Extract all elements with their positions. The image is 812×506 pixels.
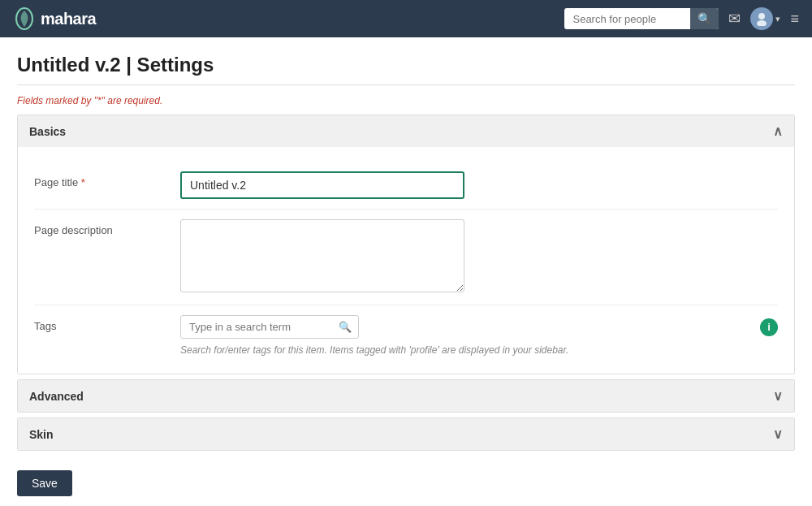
brand-logo[interactable]: mahara xyxy=(13,7,96,30)
mail-icon[interactable]: ✉ xyxy=(728,10,741,28)
tags-hint-wrap: Search for/enter tags for this item. Ite… xyxy=(180,343,568,356)
user-avatar-icon xyxy=(754,11,769,26)
hamburger-menu-icon[interactable]: ≡ xyxy=(790,11,799,28)
page-description-label: Page description xyxy=(34,219,180,236)
advanced-chevron-icon: ∨ xyxy=(773,388,783,404)
skin-accordion: Skin ∨ xyxy=(17,417,795,451)
basics-accordion-body: Page title * Page description Tags xyxy=(18,147,794,374)
avatar xyxy=(750,7,773,30)
advanced-section-label: Advanced xyxy=(29,390,84,403)
required-note: Fields marked by "*" are required. xyxy=(17,95,795,106)
page-description-textarea[interactable] xyxy=(180,219,464,292)
advanced-accordion-header[interactable]: Advanced ∨ xyxy=(18,380,794,412)
tags-label: Tags xyxy=(34,315,180,332)
tags-info-icon[interactable]: i xyxy=(760,318,778,336)
navbar: mahara 🔍 ✉ ▾ ≡ xyxy=(0,0,812,37)
basics-accordion: Basics ∧ Page title * Page description xyxy=(17,115,795,374)
page-title: Untitled v.2 | Settings xyxy=(17,54,795,76)
page-title-required-star: * xyxy=(81,176,85,188)
mahara-logo-icon xyxy=(13,7,36,30)
svg-point-2 xyxy=(757,20,767,26)
search-input[interactable] xyxy=(564,9,690,29)
people-search-box[interactable]: 🔍 xyxy=(564,8,719,29)
tags-row: Tags 🔍 i Search for/enter tags for this … xyxy=(34,305,778,359)
basics-chevron-icon: ∧ xyxy=(773,123,783,139)
skin-section-label: Skin xyxy=(29,428,54,441)
search-button[interactable]: 🔍 xyxy=(690,8,719,29)
page-title-row: Page title * xyxy=(34,162,778,210)
avatar-menu[interactable]: ▾ xyxy=(750,7,780,30)
tags-field-row: Tags 🔍 i xyxy=(34,315,778,339)
page-description-control xyxy=(180,219,778,295)
title-divider xyxy=(17,84,795,85)
basics-accordion-header[interactable]: Basics ∧ xyxy=(18,115,794,147)
tags-search-input[interactable] xyxy=(181,316,332,338)
page-description-row: Page description xyxy=(34,210,778,305)
tags-control: 🔍 i xyxy=(180,315,778,339)
skin-accordion-header[interactable]: Skin ∨ xyxy=(18,418,794,450)
advanced-accordion: Advanced ∨ xyxy=(17,379,795,413)
brand-name: mahara xyxy=(41,10,96,28)
basics-section-label: Basics xyxy=(29,125,66,138)
page-title-input[interactable] xyxy=(180,171,464,199)
page-title-label: Page title * xyxy=(34,171,180,188)
svg-point-1 xyxy=(758,13,765,19)
tags-hint-text: Search for/enter tags for this item. Ite… xyxy=(180,344,568,356)
tags-search-box[interactable]: 🔍 xyxy=(180,315,359,339)
skin-chevron-icon: ∨ xyxy=(773,426,783,442)
page-content: Untitled v.2 | Settings Fields marked by… xyxy=(4,37,808,506)
page-title-control xyxy=(180,171,778,199)
save-button[interactable]: Save xyxy=(17,470,72,496)
navbar-right: 🔍 ✉ ▾ ≡ xyxy=(564,7,799,30)
avatar-caret-icon: ▾ xyxy=(775,14,780,24)
tags-search-icon: 🔍 xyxy=(332,316,358,338)
